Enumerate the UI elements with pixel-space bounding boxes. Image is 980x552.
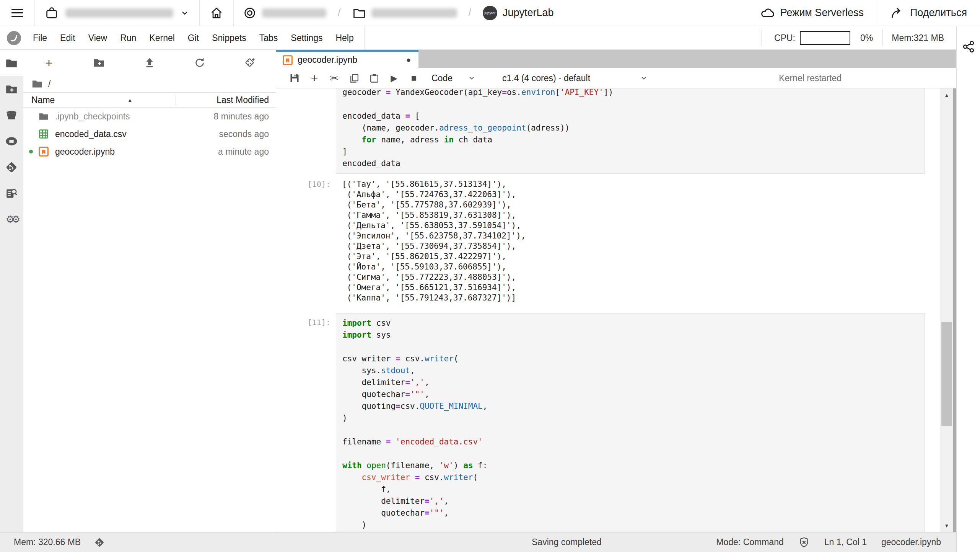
tab-bar: geocoder.ipynb ● [276, 50, 956, 68]
home-button[interactable] [200, 0, 233, 26]
divider [762, 30, 762, 46]
command-mode-indicator[interactable]: Mode: Command [716, 537, 783, 547]
cell-type-select[interactable]: Code [424, 70, 483, 86]
dock-edge [953, 88, 956, 532]
code-cell[interactable]: geocoder = YandexGeocoder(api_key=os.env… [299, 88, 925, 174]
hamburger-menu-button[interactable] [0, 7, 34, 19]
divider [364, 26, 365, 49]
sidebar-tab-new-folder[interactable] [0, 76, 23, 102]
plus-icon: + [45, 56, 53, 69]
file-modified: 8 minutes ago [214, 111, 276, 122]
refresh-icon [194, 57, 205, 69]
share-nodes-icon[interactable] [962, 40, 975, 53]
save-button[interactable] [285, 70, 304, 86]
paste-cells-button[interactable] [364, 70, 384, 86]
notebook-cells: geocoder = YandexGeocoder(api_key=os.env… [276, 88, 940, 532]
new-launcher-button[interactable]: + [41, 55, 57, 70]
sidebar-tab-settings[interactable]: ⚙⚙ [0, 206, 23, 232]
serverless-mode-label: Режим Serverless [780, 7, 864, 19]
file-list-header: Name ▲ Last Modified [23, 92, 276, 108]
scrollbar-up-arrow[interactable]: ▲ [940, 88, 953, 101]
interrupt-kernel-button[interactable]: ■ [404, 70, 424, 86]
folder-icon [5, 57, 18, 70]
menu-help[interactable]: Help [329, 33, 360, 43]
menu-git[interactable]: Git [181, 33, 205, 43]
scrollbar-down-arrow[interactable]: ▼ [940, 519, 953, 532]
insert-cell-button[interactable]: + [304, 70, 324, 86]
cut-cells-button[interactable]: ✂ [324, 70, 344, 86]
menu-items: FileEditViewRunKernelGitSnippetsTabsSett… [26, 33, 360, 43]
sidebar-tab-running-sessions[interactable] [0, 128, 23, 154]
chevron-down-icon [640, 74, 648, 82]
kernel-running-dot [29, 150, 33, 154]
sort-ascending-icon: ▲ [127, 97, 132, 103]
notebook-file-icon [282, 55, 293, 65]
menu-bar: FileEditViewRunKernelGitSnippetsTabsSett… [0, 26, 956, 50]
column-header-modified[interactable]: Last Modified [176, 95, 276, 105]
tab-geocoder-notebook[interactable]: geocoder.ipynb ● [276, 50, 418, 68]
cell-output-text: [('Тау', '[55.861615,37.513134]'), ('Аль… [336, 178, 925, 303]
file-name: .ipynb_checkpoints [55, 111, 130, 122]
upload-button[interactable] [142, 55, 157, 70]
share-arrow-icon [890, 6, 905, 20]
kernel-select[interactable]: c1.4 (4 cores) - default [495, 70, 655, 86]
right-rail [956, 26, 980, 552]
topbar-actions: Режим Serverless Поделиться [747, 0, 980, 26]
file-row-geocoder.ipynb[interactable]: geocoder.ipynba minute ago [23, 143, 276, 160]
breadcrumb-item-redacted[interactable] [262, 8, 326, 18]
memory-usage: Mem: 320.66 MB [14, 537, 81, 547]
menu-tabs[interactable]: Tabs [253, 33, 285, 43]
scrollbar-thumb[interactable] [941, 322, 952, 426]
cpu-label: CPU: [774, 33, 795, 43]
refresh-button[interactable] [192, 55, 207, 70]
copy-cells-button[interactable] [344, 70, 364, 86]
git-clone-icon [244, 57, 256, 69]
trust-shield-icon[interactable] [798, 537, 810, 548]
folder-plus-icon [93, 57, 105, 69]
run-icon: ▶ [391, 73, 397, 83]
menu-run[interactable]: Run [114, 33, 143, 43]
workspace-switcher[interactable] [35, 0, 199, 26]
sidebar-tab-file-browser[interactable] [0, 50, 23, 76]
menu-settings[interactable]: Settings [284, 33, 329, 43]
git-status-icon[interactable] [94, 537, 105, 548]
new-folder-button[interactable] [91, 55, 107, 70]
cursor-position[interactable]: Ln 1, Col 1 [824, 537, 867, 547]
git-clone-button[interactable] [242, 55, 257, 70]
notebook-body: geocoder = YandexGeocoder(api_key=os.env… [276, 88, 956, 532]
kernel-status: Kernel restarted [779, 73, 842, 83]
sidebar-tab-git[interactable] [0, 154, 23, 180]
unsaved-changes-dot[interactable]: ● [406, 56, 411, 64]
statusbar-right: Mode: Command Ln 1, Col 1 geocoder.ipynb [716, 537, 956, 548]
sidebar-tab-bucket[interactable] [0, 102, 23, 128]
cell-editor[interactable]: import csvimport sys csv_writer = csv.wr… [336, 313, 925, 532]
kernel-name: c1.4 (4 cores) - default [502, 73, 590, 83]
memory-usage-label: Mem:321 MB [892, 33, 944, 43]
active-file-name: geocoder.ipynb [881, 537, 941, 547]
top-bar: / / jupyter JupyterLab Режим Serverless [0, 0, 980, 26]
share-button[interactable]: Поделиться [877, 0, 980, 26]
dock-panel: geocoder.ipynb ● + ✂ [276, 50, 956, 532]
cell-editor[interactable]: geocoder = YandexGeocoder(api_key=os.env… [336, 88, 925, 174]
run-cell-button[interactable]: ▶ [384, 70, 404, 86]
notebook-scrollbar[interactable]: ▲ ▼ [940, 88, 953, 532]
file-row-encoded_data.csv[interactable]: encoded_data.csvseconds ago [23, 125, 276, 143]
menu-file[interactable]: File [26, 33, 54, 43]
column-header-name[interactable]: Name ▲ [23, 95, 176, 105]
menu-edit[interactable]: Edit [54, 33, 82, 43]
menu-kernel[interactable]: Kernel [143, 33, 181, 43]
breadcrumb-item-redacted[interactable] [371, 8, 457, 18]
code-cell[interactable]: [11]:import csvimport sys csv_writer = c… [299, 313, 925, 532]
notebook-file-icon [38, 146, 49, 157]
cell-prompt [299, 88, 336, 174]
menu-view[interactable]: View [82, 33, 114, 43]
plus-icon: + [311, 71, 318, 85]
output-cell[interactable]: [10]:[('Тау', '[55.861615,37.513134]'), … [299, 178, 925, 303]
sidebar-tab-inspector[interactable] [0, 180, 23, 206]
serverless-mode-button[interactable]: Режим Serverless [747, 0, 877, 26]
folder-icon [352, 6, 366, 20]
file-row-.ipynb_checkpoints[interactable]: .ipynb_checkpoints8 minutes ago [23, 108, 276, 125]
file-browser-breadcrumb[interactable]: / [23, 75, 276, 92]
stop-oval-icon [5, 134, 18, 148]
menu-snippets[interactable]: Snippets [205, 33, 253, 43]
